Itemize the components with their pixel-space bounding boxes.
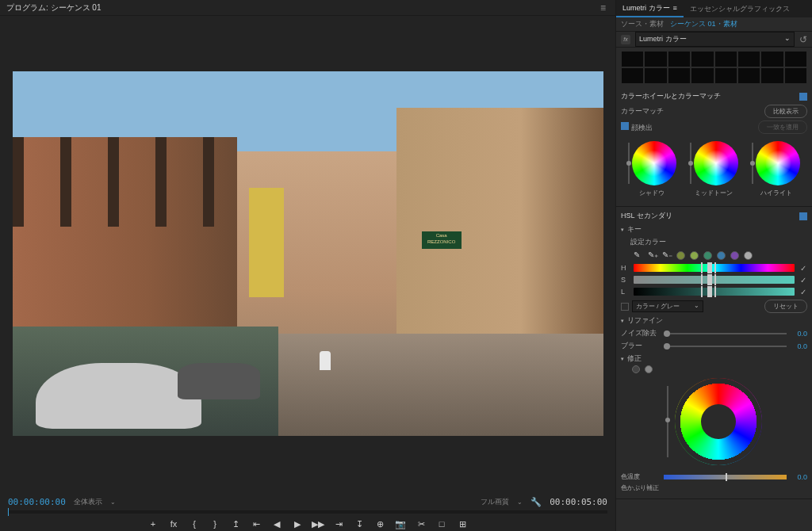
timecode-current[interactable]: 00:00:00:00	[8, 497, 66, 507]
add-marker-button[interactable]: +	[147, 518, 159, 529]
zoom-dropdown[interactable]: 全体表示	[74, 497, 102, 507]
lift-button[interactable]: ↧	[354, 518, 365, 529]
program-controls: 00:00:00:00 全体表示 ⌄ フル画質 ⌄ 🔧 00:00:05:00 …	[0, 491, 615, 531]
refine-disclosure[interactable]: ▾リファイン	[621, 315, 807, 326]
denoise-value[interactable]: 0.0	[791, 330, 807, 338]
panel-tabs: Lumetri カラー≡ エッセンシャルグラフィックス	[616, 0, 812, 17]
preset-swatch[interactable]	[730, 251, 739, 260]
safe-margins-button[interactable]: □	[436, 518, 447, 529]
crop-button[interactable]: ✂	[416, 518, 427, 529]
tab-lumetri-color[interactable]: Lumetri カラー≡	[616, 0, 684, 17]
sub-tab-sequence[interactable]: シーケンス 01・素材	[670, 19, 737, 29]
temperature-slider[interactable]	[664, 475, 787, 479]
hue-label: H	[621, 264, 629, 272]
highlight-luma-slider[interactable]	[752, 143, 753, 184]
preset-swatch[interactable]	[744, 251, 753, 260]
play-button[interactable]: ▶	[292, 518, 303, 529]
lum-enable-check[interactable]: ✓	[799, 288, 807, 296]
timecode-duration: 00:00:05:00	[550, 497, 607, 507]
mask-view-checkbox[interactable]	[621, 303, 629, 311]
blur-slider[interactable]	[664, 346, 787, 347]
fx-badge-icon[interactable]: fx	[621, 35, 630, 44]
apply-match-button[interactable]: 一致を適用	[758, 120, 807, 134]
preset-swatch[interactable]	[717, 251, 726, 260]
hue-range-slider[interactable]	[634, 264, 795, 272]
tab-essential-graphics[interactable]: エッセンシャルグラフィックス	[684, 0, 796, 17]
section-title: HSL セカンダリ	[621, 211, 672, 221]
step-back-button[interactable]: ◀	[271, 518, 282, 529]
highlight-label: ハイライト	[760, 189, 792, 197]
key-disclosure[interactable]: ▾キー	[621, 224, 807, 235]
program-title: プログラム: シーケンス 01	[6, 2, 101, 13]
camera-icon[interactable]: 📷	[395, 518, 406, 529]
quality-dropdown[interactable]: フル画質	[481, 497, 509, 507]
denoise-label: ノイズ除去	[621, 328, 659, 338]
scene-sign: Casa REZZONICO	[422, 231, 462, 249]
mark-out-button[interactable]: }	[209, 518, 220, 529]
tint-label: 色かぶり補正	[621, 483, 659, 492]
go-to-in-button[interactable]: ⇤	[251, 518, 262, 529]
temperature-label: 色温度	[621, 472, 659, 481]
blur-label: ブラー	[621, 341, 659, 351]
panel-menu-icon[interactable]: ≡	[597, 2, 609, 13]
eyedropper-icon[interactable]: ✎	[634, 250, 643, 260]
reset-button[interactable]: リセット	[764, 300, 807, 313]
comparison-view-button[interactable]: ⊞	[457, 518, 468, 529]
video-frame: Casa REZZONICO	[13, 71, 603, 436]
effect-header: fx Lumetri カラー⌄ ↺	[616, 32, 812, 48]
denoise-slider[interactable]	[664, 333, 787, 334]
eyedropper-sub-icon[interactable]: ✎₋	[662, 250, 672, 260]
three-way-wheels: シャドウ ミッドトーン ハイライト	[621, 136, 807, 202]
face-detect-label: 顔検出	[631, 124, 653, 132]
mode-wheel-button[interactable]	[632, 365, 640, 373]
hsl-secondary-section: HSL セカンダリ ▾キー 設定カラー ✎ ✎₊ ✎₋ H ✓ S ✓	[616, 207, 812, 499]
scene-person	[320, 351, 331, 370]
midtone-wheel[interactable]	[694, 141, 738, 185]
scene-building-yellow	[249, 188, 285, 297]
sat-label: S	[621, 276, 629, 284]
preset-swatch[interactable]	[676, 251, 685, 260]
scene-boat	[36, 363, 201, 429]
correction-color-wheel[interactable]	[675, 378, 762, 465]
go-to-out-button[interactable]: ⇥	[333, 518, 344, 529]
chevron-down-icon: ⌄	[110, 499, 116, 506]
sub-tab-source[interactable]: ソース・素材	[621, 19, 664, 29]
export-frame-button[interactable]: ↥	[230, 518, 241, 529]
shadow-wheel[interactable]	[632, 141, 676, 185]
face-detect-checkbox[interactable]	[621, 122, 629, 130]
blur-value[interactable]: 0.0	[791, 342, 807, 350]
eyedropper-add-icon[interactable]: ✎₊	[648, 250, 657, 260]
reset-effect-button[interactable]: ↺	[799, 34, 807, 45]
temperature-value[interactable]: 0.0	[791, 473, 807, 481]
mini-timeline[interactable]	[8, 510, 607, 514]
scene-boat-2	[178, 363, 260, 399]
fx-button[interactable]: fx	[168, 518, 179, 529]
program-viewer: Casa REZZONICO	[0, 16, 615, 491]
midtone-luma-slider[interactable]	[690, 143, 691, 184]
comparison-view-button[interactable]: 比較表示	[764, 105, 807, 118]
mode-sliders-button[interactable]	[645, 365, 653, 373]
correction-luma-slider[interactable]	[667, 386, 668, 457]
sat-enable-check[interactable]: ✓	[799, 276, 807, 284]
midtone-label: ミッドトーン	[695, 189, 733, 197]
extract-button[interactable]: ⊕	[374, 518, 385, 529]
section-enable-checkbox[interactable]	[799, 212, 807, 220]
sat-range-slider[interactable]	[634, 276, 795, 284]
shadow-luma-slider[interactable]	[628, 143, 630, 184]
correction-disclosure[interactable]: ▾修正	[621, 353, 807, 364]
effect-dropdown[interactable]: Lumetri カラー⌄	[635, 32, 795, 47]
lum-range-slider[interactable]	[634, 288, 795, 296]
highlight-wheel[interactable]	[756, 141, 800, 185]
mark-in-button[interactable]: {	[189, 518, 200, 529]
mask-mode-dropdown[interactable]: カラー / グレー⌄	[632, 300, 703, 312]
wrench-icon[interactable]: 🔧	[530, 496, 542, 507]
step-forward-button[interactable]: ▶▶	[312, 518, 324, 529]
color-wheels-section: カラーホイールとカラーマッチ カラーマッチ 比較表示 顔検出 一致を適用 シャド…	[616, 87, 812, 207]
preset-swatch[interactable]	[690, 251, 699, 260]
hue-enable-check[interactable]: ✓	[799, 264, 807, 272]
playhead-icon[interactable]	[8, 508, 9, 516]
program-monitor-header: プログラム: シーケンス 01 ≡	[0, 0, 615, 16]
preset-swatch[interactable]	[703, 251, 712, 260]
panel-menu-icon[interactable]: ≡	[673, 4, 677, 12]
section-enable-checkbox[interactable]	[799, 93, 807, 101]
